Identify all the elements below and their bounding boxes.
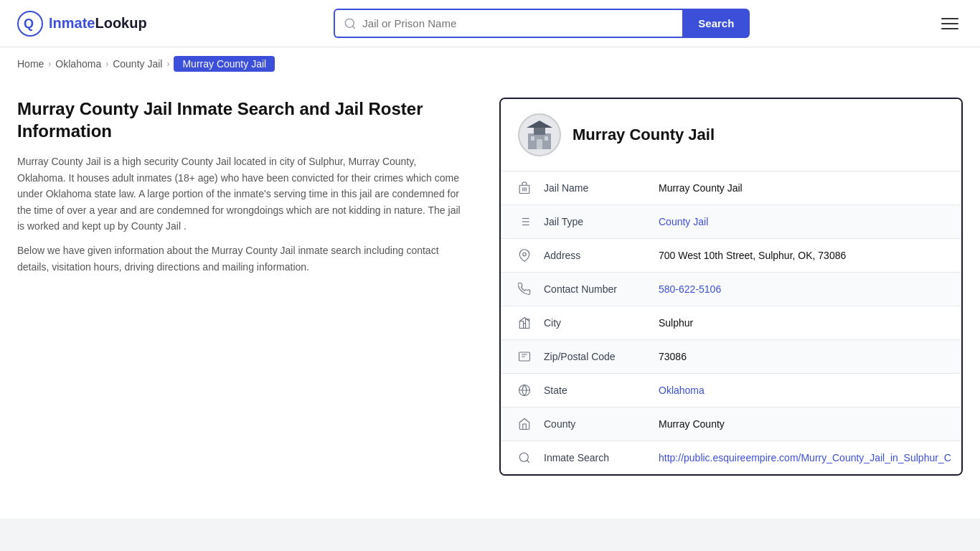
row-value[interactable]: http://public.esquireempire.com/Murry_Co… xyxy=(659,452,951,463)
info-row: CitySulphur xyxy=(501,306,961,340)
logo-text: InmateLookup xyxy=(49,15,147,32)
logo[interactable]: Q InmateLookup xyxy=(17,11,147,37)
row-value-link[interactable]: Oklahoma xyxy=(659,385,705,396)
info-table: Jail NameMurray County JailJail TypeCoun… xyxy=(501,171,961,474)
info-row: Address700 West 10th Street, Sulphur, OK… xyxy=(501,239,961,273)
svg-point-2 xyxy=(346,19,354,27)
row-value-link[interactable]: County Jail xyxy=(659,216,708,227)
row-value[interactable]: 580-622-5106 xyxy=(659,283,944,295)
left-panel: Murray County Jail Inmate Search and Jai… xyxy=(17,98,476,476)
main-content: Murray County Jail Inmate Search and Jai… xyxy=(0,80,980,504)
page-heading: Murray County Jail Inmate Search and Jai… xyxy=(17,98,462,142)
svg-point-27 xyxy=(519,453,528,461)
breadcrumb-type[interactable]: County Jail xyxy=(113,58,162,70)
info-card-header: Murray County Jail xyxy=(501,99,961,171)
row-value[interactable]: County Jail xyxy=(659,216,944,227)
hamburger-line-3 xyxy=(941,28,958,29)
county-icon xyxy=(518,418,535,430)
row-label: State xyxy=(544,385,659,396)
svg-text:Q: Q xyxy=(24,17,34,31)
svg-rect-9 xyxy=(545,136,548,141)
phone-icon xyxy=(518,283,535,296)
hamburger-menu[interactable] xyxy=(937,14,963,34)
search-icon xyxy=(344,17,357,30)
row-value: Murray County xyxy=(659,418,944,430)
row-label: Zip/Postal Code xyxy=(544,351,659,362)
description-para-1: Murray County Jail is a high security Co… xyxy=(17,154,462,234)
row-value: Murray County Jail xyxy=(659,182,944,194)
row-label: Jail Name xyxy=(544,182,659,194)
chevron-icon-3: › xyxy=(166,59,169,69)
row-value: 700 West 10th Street, Sulphur, OK, 73086 xyxy=(659,250,944,261)
chevron-icon-1: › xyxy=(48,59,51,69)
jail-icon xyxy=(518,182,535,194)
info-row: StateOklahoma xyxy=(501,374,961,408)
row-value[interactable]: Oklahoma xyxy=(659,385,944,396)
svg-rect-21 xyxy=(519,321,523,329)
info-card-title: Murray County Jail xyxy=(573,126,715,144)
right-panel: Murray County Jail Jail NameMurray Count… xyxy=(499,98,963,476)
city-icon xyxy=(518,316,535,329)
search-area: Search xyxy=(334,9,750,38)
info-row: Zip/Postal Code73086 xyxy=(501,340,961,374)
hamburger-line-1 xyxy=(941,18,958,19)
svg-point-20 xyxy=(523,253,527,256)
svg-line-28 xyxy=(527,460,529,462)
search-icon xyxy=(518,451,535,464)
row-label: City xyxy=(544,317,659,329)
hamburger-line-2 xyxy=(941,23,958,24)
footer xyxy=(0,519,980,551)
row-label: County xyxy=(544,418,659,430)
info-row: Inmate Searchhttp://public.esquireempire… xyxy=(501,441,961,474)
svg-rect-8 xyxy=(531,136,534,141)
svg-line-3 xyxy=(353,26,355,28)
chevron-icon-2: › xyxy=(105,59,108,69)
logo-icon: Q xyxy=(17,11,43,37)
svg-rect-7 xyxy=(537,139,542,149)
building-icon xyxy=(524,119,555,151)
row-value-link[interactable]: 580-622-5106 xyxy=(659,283,721,295)
info-card: Murray County Jail Jail NameMurray Count… xyxy=(499,98,963,476)
row-label: Contact Number xyxy=(544,283,659,295)
site-header: Q InmateLookup Search xyxy=(0,0,980,47)
svg-marker-6 xyxy=(527,121,552,128)
row-value: 73086 xyxy=(659,351,944,362)
info-row: Jail TypeCounty Jail xyxy=(501,205,961,239)
breadcrumb-state[interactable]: Oklahoma xyxy=(55,58,101,70)
info-row: Jail NameMurray County Jail xyxy=(501,171,961,205)
row-label: Inmate Search xyxy=(544,452,659,463)
breadcrumb: Home › Oklahoma › County Jail › Murray C… xyxy=(0,47,980,80)
address-icon xyxy=(518,249,535,262)
jail-avatar xyxy=(518,113,561,156)
row-label: Address xyxy=(544,250,659,261)
search-button[interactable]: Search xyxy=(682,9,750,38)
info-row: Contact Number580-622-5106 xyxy=(501,273,961,306)
row-value: Sulphur xyxy=(659,317,944,329)
type-icon xyxy=(518,215,535,228)
zip-icon xyxy=(518,350,535,363)
state-icon xyxy=(518,384,535,397)
breadcrumb-current: Murray County Jail xyxy=(174,56,275,72)
info-row: CountyMurray County xyxy=(501,408,961,441)
breadcrumb-home[interactable]: Home xyxy=(17,58,44,70)
search-input-wrapper xyxy=(334,9,682,38)
search-input[interactable] xyxy=(362,10,674,37)
row-label: Jail Type xyxy=(544,216,659,227)
svg-rect-23 xyxy=(524,324,526,329)
row-value-link[interactable]: http://public.esquireempire.com/Murry_Co… xyxy=(659,452,951,463)
description-para-2: Below we have given information about th… xyxy=(17,242,462,275)
